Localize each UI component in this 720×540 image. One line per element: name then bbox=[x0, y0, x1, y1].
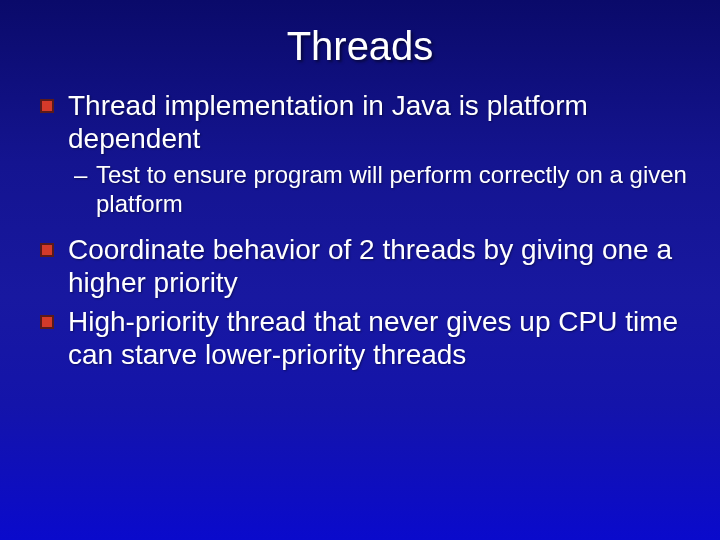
bullet-item: Thread implementation in Java is platfor… bbox=[38, 89, 690, 155]
bullet-text: Coordinate behavior of 2 threads by givi… bbox=[68, 234, 672, 298]
bullet-item: High-priority thread that never gives up… bbox=[38, 305, 690, 371]
slide-title: Threads bbox=[0, 0, 720, 89]
bullet-text: Thread implementation in Java is platfor… bbox=[68, 90, 588, 154]
slide-content: Thread implementation in Java is platfor… bbox=[0, 89, 720, 371]
slide: Threads Thread implementation in Java is… bbox=[0, 0, 720, 540]
square-bullet-icon bbox=[40, 315, 54, 329]
sub-bullet-item: Test to ensure program will perform corr… bbox=[38, 161, 690, 219]
bullet-item: Coordinate behavior of 2 threads by givi… bbox=[38, 233, 690, 299]
square-bullet-icon bbox=[40, 243, 54, 257]
bullet-text: High-priority thread that never gives up… bbox=[68, 306, 678, 370]
square-bullet-icon bbox=[40, 99, 54, 113]
bullet-text: Test to ensure program will perform corr… bbox=[96, 161, 687, 217]
